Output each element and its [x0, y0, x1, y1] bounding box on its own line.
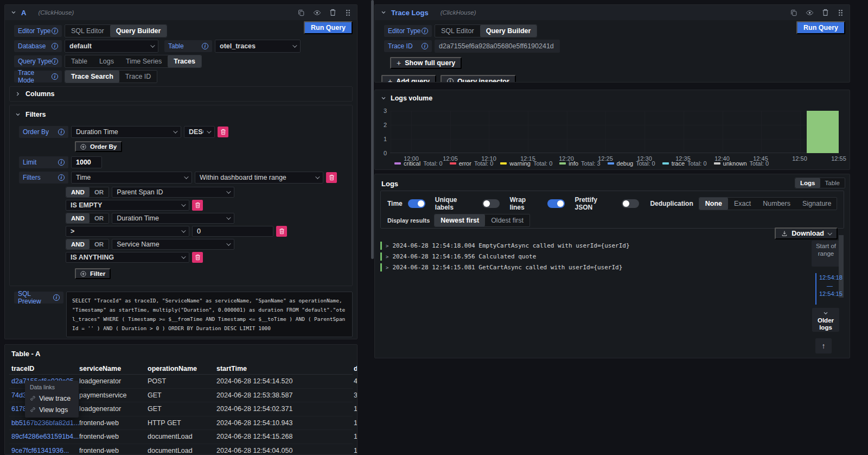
remove-order-by-button[interactable]: [218, 127, 228, 137]
legend-item[interactable]: criticalTotal: 0: [394, 160, 443, 167]
remove-filter-button[interactable]: [326, 172, 337, 183]
option-none[interactable]: None: [699, 198, 728, 210]
option-and[interactable]: AND: [66, 213, 90, 223]
col-starttime[interactable]: startTime: [216, 365, 354, 372]
option-oldest-first[interactable]: Oldest first: [485, 214, 529, 226]
condition-field-select[interactable]: Parent Span ID: [112, 187, 234, 198]
panel-title[interactable]: A: [21, 9, 26, 17]
query-inspector-button[interactable]: iQuery inspector: [441, 75, 516, 83]
log-row[interactable]: > 2024-06-28 12:54:18.004 EmptyCartAsync…: [380, 242, 806, 250]
run-query-button[interactable]: Run Query: [796, 21, 845, 34]
option-newest-first[interactable]: Newest first: [435, 214, 485, 226]
log-row[interactable]: > 2024-06-28 12:54:15.081 GetCartAsync c…: [380, 263, 806, 271]
option-exact[interactable]: Exact: [728, 198, 757, 210]
col-operationname[interactable]: operationName: [148, 365, 216, 372]
chevron-down-icon: [207, 129, 211, 133]
chevron-down-icon[interactable]: [10, 9, 17, 16]
pane-scrollbar[interactable]: [371, 0, 374, 259]
filter-value-select[interactable]: Within dashboard time range: [195, 172, 323, 184]
drag-handle-icon[interactable]: [344, 9, 352, 16]
run-query-button[interactable]: Run Query: [304, 21, 353, 34]
option-numbers[interactable]: Numbers: [757, 198, 796, 210]
database-select[interactable]: default: [65, 40, 158, 53]
columns-section[interactable]: Columns: [9, 86, 353, 102]
delete-panel-icon[interactable]: [329, 9, 336, 16]
logs-volume-header[interactable]: Logs volume: [375, 90, 850, 102]
view-logs-menu-item[interactable]: View logs: [25, 404, 79, 415]
option-or[interactable]: OR: [90, 239, 108, 249]
option-logs[interactable]: Logs: [93, 55, 120, 67]
add-filter-button[interactable]: Filter: [75, 268, 111, 279]
option-query-builder[interactable]: Query Builder: [110, 25, 167, 37]
option-traces[interactable]: Traces: [168, 55, 201, 67]
trace-id-link[interactable]: bb5167b236bfa82d1...: [11, 419, 79, 427]
remove-condition-button[interactable]: [192, 200, 203, 211]
expand-log-icon[interactable]: >: [386, 243, 388, 249]
option-sql-editor[interactable]: SQL Editor: [65, 25, 110, 37]
condition-field-select[interactable]: Service Name: [112, 239, 234, 250]
legend-item[interactable]: unknownTotal: 0: [714, 160, 769, 167]
prettify-json-toggle[interactable]: [622, 199, 639, 208]
option-or[interactable]: OR: [90, 187, 108, 197]
time-toggle[interactable]: [408, 199, 425, 208]
condition-value-input[interactable]: 0: [192, 226, 273, 237]
view-trace-menu-item[interactable]: View trace: [25, 393, 79, 404]
chevron-down-icon[interactable]: [380, 9, 387, 16]
legend-item[interactable]: debugTotal: 0: [608, 160, 655, 167]
order-by-direction-select[interactable]: DESC: [184, 126, 215, 138]
filter-field-select[interactable]: Time: [71, 172, 192, 184]
legend-item[interactable]: infoTotal: 3: [559, 160, 600, 167]
remove-condition-button[interactable]: [276, 226, 287, 237]
condition-operator-select[interactable]: IS ANYTHING: [66, 252, 189, 263]
condition-operator-select[interactable]: >: [66, 226, 189, 237]
add-order-by-button[interactable]: Order By: [75, 141, 122, 152]
panel-title[interactable]: Trace Logs: [391, 9, 429, 17]
logs-minimap-scrollbar[interactable]: [839, 235, 844, 298]
option-trace-search[interactable]: Trace Search: [65, 71, 119, 83]
download-button[interactable]: Download: [775, 228, 838, 239]
trace-id-link[interactable]: 9ce7fcf61341936...: [11, 447, 79, 454]
duplicate-icon[interactable]: [790, 9, 797, 16]
trace-id-link[interactable]: 89cf4286e631591b4...: [11, 433, 79, 440]
col-traceid[interactable]: traceID: [11, 365, 79, 372]
log-row[interactable]: > 2024-06-28 12:54:16.956 Calculated quo…: [380, 252, 806, 261]
wrap-lines-toggle[interactable]: [547, 199, 565, 208]
limit-input[interactable]: 1000: [71, 156, 102, 168]
scroll-to-top-button[interactable]: ↑: [815, 338, 832, 353]
drag-handle-icon[interactable]: [837, 9, 844, 16]
option-or[interactable]: OR: [90, 213, 108, 223]
legend-item[interactable]: errorTotal: 0: [450, 160, 494, 167]
remove-condition-button[interactable]: [192, 252, 203, 263]
col-servicename[interactable]: serviceName: [79, 365, 148, 372]
info-log-volume-bar[interactable]: [807, 111, 839, 153]
option-trace-id[interactable]: Trace ID: [119, 71, 157, 83]
condition-field-select[interactable]: Duration Time: [112, 213, 234, 224]
legend-item[interactable]: warningTotal: 0: [500, 160, 552, 167]
duplicate-icon[interactable]: [297, 9, 305, 16]
expand-log-icon[interactable]: >: [386, 265, 388, 270]
option-and[interactable]: AND: [66, 187, 90, 197]
older-logs-button[interactable]: Older logs: [812, 308, 839, 332]
unique-labels-toggle[interactable]: [482, 199, 500, 208]
option-table[interactable]: Table: [65, 55, 93, 67]
option-and[interactable]: AND: [66, 239, 90, 249]
add-query-button[interactable]: +Add query: [381, 75, 436, 83]
show-full-query-button[interactable]: +Show full query: [390, 57, 462, 69]
option-time-series[interactable]: Time Series: [120, 55, 168, 67]
table-select[interactable]: otel_traces: [215, 40, 301, 53]
legend-item[interactable]: traceTotal: 0: [662, 160, 707, 167]
order-by-field-select[interactable]: Duration Time: [71, 126, 181, 138]
expand-log-icon[interactable]: >: [386, 254, 388, 260]
option-signature[interactable]: Signature: [796, 198, 837, 210]
delete-panel-icon[interactable]: [822, 9, 829, 16]
col-duration[interactable]: duration: [354, 365, 358, 372]
option-query-builder[interactable]: Query Builder: [480, 25, 537, 37]
filters-section-header[interactable]: Filters: [10, 108, 352, 122]
eye-icon[interactable]: [806, 9, 814, 17]
eye-icon[interactable]: [313, 9, 321, 17]
option-table-view[interactable]: Table: [820, 178, 845, 188]
trace-id-input[interactable]: d2a7155ef6a928a05680e5ff6190241d: [435, 40, 560, 53]
condition-operator-select[interactable]: IS EMPTY: [66, 200, 189, 211]
option-sql-editor[interactable]: SQL Editor: [435, 25, 480, 37]
option-logs-view[interactable]: Logs: [795, 178, 820, 188]
